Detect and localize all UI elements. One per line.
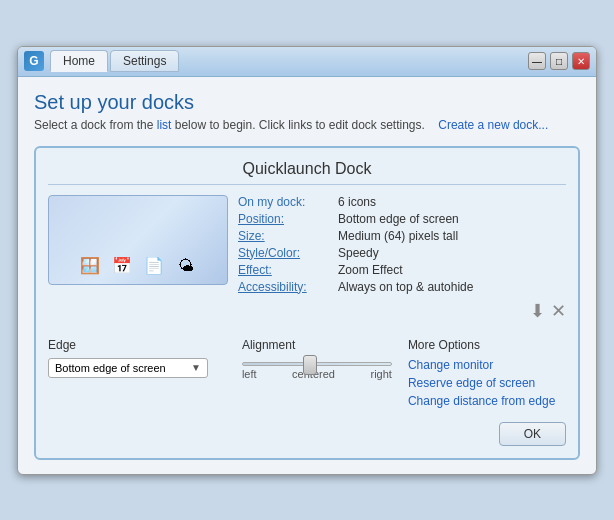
reserve-edge-link[interactable]: Reserve edge of screen	[408, 376, 566, 390]
app-logo: G	[24, 51, 44, 71]
dock-panel: Quicklaunch Dock 🪟 📅 📄 🌤 On my dock: 6	[34, 146, 580, 460]
tab-settings[interactable]: Settings	[110, 50, 179, 72]
align-right-label: right	[370, 368, 391, 380]
preview-icons: 🪟 📅 📄 🌤	[76, 252, 200, 280]
ok-row: OK	[48, 422, 566, 446]
chevron-down-icon: ▼	[191, 362, 201, 373]
create-dock-link[interactable]: Create a new dock...	[438, 118, 548, 132]
preview-icon-1: 📅	[108, 252, 136, 280]
value-accessibility: Always on top & autohide	[338, 280, 473, 294]
detail-row-3: Style/Color: Speedy	[238, 246, 566, 260]
minimize-button[interactable]: —	[528, 52, 546, 70]
preview-icon-0: 🪟	[76, 252, 104, 280]
dock-actions: ⬇ ✕	[238, 300, 566, 322]
value-effect: Zoom Effect	[338, 263, 402, 277]
close-icon[interactable]: ✕	[551, 300, 566, 322]
more-options-label: More Options	[408, 338, 566, 352]
ok-button[interactable]: OK	[499, 422, 566, 446]
value-on-my-dock: 6 icons	[338, 195, 376, 209]
dock-preview: 🪟 📅 📄 🌤	[48, 195, 228, 285]
change-monitor-link[interactable]: Change monitor	[408, 358, 566, 372]
align-left-label: left	[242, 368, 257, 380]
detail-row-0: On my dock: 6 icons	[238, 195, 566, 209]
alignment-section: Alignment left centered right	[242, 338, 392, 384]
edge-label: Edge	[48, 338, 226, 352]
label-size[interactable]: Size:	[238, 229, 338, 243]
dock-info-row: 🪟 📅 📄 🌤 On my dock: 6 icons Position: Bo	[48, 195, 566, 322]
slider-thumb[interactable]	[303, 355, 317, 375]
detail-row-2: Size: Medium (64) pixels tall	[238, 229, 566, 243]
preview-icon-2: 📄	[140, 252, 168, 280]
edge-dropdown[interactable]: Bottom edge of screen ▼	[48, 358, 208, 378]
title-bar: G Home Settings — □ ✕	[18, 47, 596, 77]
subtitle: Select a dock from the list below to beg…	[34, 118, 580, 132]
close-button[interactable]: ✕	[572, 52, 590, 70]
window-controls: — □ ✕	[528, 52, 590, 70]
tab-home[interactable]: Home	[50, 50, 108, 72]
preview-icon-3: 🌤	[172, 252, 200, 280]
maximize-button[interactable]: □	[550, 52, 568, 70]
main-content: Set up your docks Select a dock from the…	[18, 77, 596, 474]
alignment-label: Alignment	[242, 338, 392, 352]
tab-bar: Home Settings	[50, 50, 528, 72]
value-position: Bottom edge of screen	[338, 212, 459, 226]
label-on-my-dock: On my dock:	[238, 195, 338, 209]
edge-dropdown-value: Bottom edge of screen	[55, 362, 166, 374]
label-accessibility[interactable]: Accessibility:	[238, 280, 338, 294]
bottom-row: Edge Bottom edge of screen ▼ Alignment	[48, 338, 566, 412]
change-distance-link[interactable]: Change distance from edge	[408, 394, 566, 408]
value-size: Medium (64) pixels tall	[338, 229, 458, 243]
detail-row-4: Effect: Zoom Effect	[238, 263, 566, 277]
slider-track	[242, 362, 392, 366]
label-style[interactable]: Style/Color:	[238, 246, 338, 260]
dock-details: On my dock: 6 icons Position: Bottom edg…	[238, 195, 566, 322]
page-title: Set up your docks	[34, 91, 580, 114]
value-style: Speedy	[338, 246, 379, 260]
detail-row-5: Accessibility: Always on top & autohide	[238, 280, 566, 294]
label-position[interactable]: Position:	[238, 212, 338, 226]
slider-container: left centered right	[242, 362, 392, 380]
detail-row-1: Position: Bottom edge of screen	[238, 212, 566, 226]
label-effect[interactable]: Effect:	[238, 263, 338, 277]
list-link[interactable]: list	[157, 118, 172, 132]
main-window: G Home Settings — □ ✕ Set up your docks	[17, 46, 597, 475]
edge-section: Edge Bottom edge of screen ▼	[48, 338, 226, 378]
more-options-section: More Options Change monitor Reserve edge…	[408, 338, 566, 412]
download-icon[interactable]: ⬇	[530, 300, 545, 322]
dock-title: Quicklaunch Dock	[48, 160, 566, 185]
slider-labels: left centered right	[242, 368, 392, 380]
